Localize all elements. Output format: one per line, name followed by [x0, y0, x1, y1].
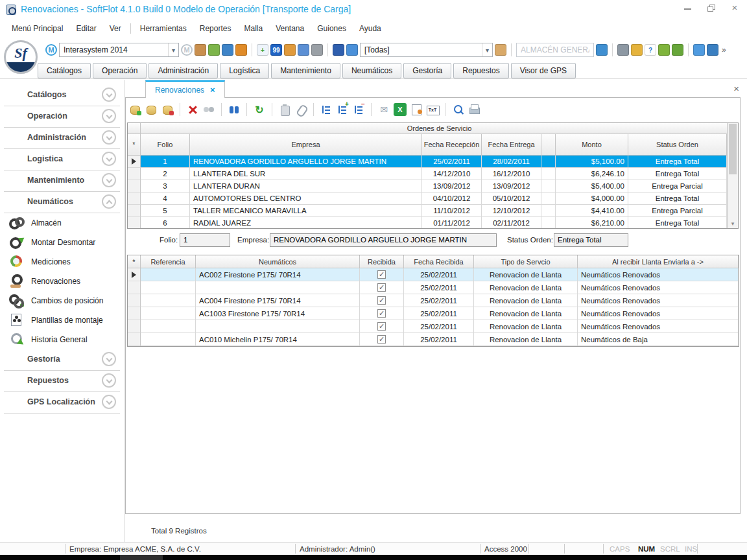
row-selector[interactable]: [128, 307, 141, 320]
expand-arrow-icon[interactable]: [102, 88, 116, 102]
cell-fecha-entrega[interactable]: 16/12/2010: [482, 168, 541, 180]
cell-tipo-servicio[interactable]: Renovacion de Llanta: [474, 307, 578, 320]
cell-fecha-recibida[interactable]: 25/02/2011: [404, 320, 474, 333]
new-document-icon[interactable]: +: [257, 44, 268, 56]
cell-fecha-recibida[interactable]: 25/02/2011: [404, 268, 474, 281]
cell-blank[interactable]: [541, 192, 556, 205]
cell-recibida[interactable]: ✓: [360, 320, 404, 333]
sidebar-section-catalogos[interactable]: Catálogos: [4, 85, 120, 106]
col-header-fecha-recepcion[interactable]: Fecha Recepción: [422, 134, 482, 156]
tab-close-icon[interactable]: ×: [210, 85, 215, 95]
settings-gear-icon[interactable]: [311, 44, 323, 56]
sidebar-section-logistica[interactable]: Logistica: [4, 149, 120, 170]
cell-fecha-recepcion[interactable]: 25/02/2011: [422, 156, 482, 168]
cell-neumaticos[interactable]: AC004 Firestone P175/ 70R14: [196, 294, 360, 307]
sidebar-section-gestoria[interactable]: Gestoría: [4, 349, 120, 371]
interasystem-badge-icon[interactable]: M: [45, 44, 57, 56]
cell-blank[interactable]: [541, 180, 556, 192]
tire-row[interactable]: AC010 Michelin P175/ 70R14✓25/02/2011Ren…: [128, 333, 739, 346]
col-header-referencia[interactable]: Referencia: [141, 255, 196, 268]
cell-tipo-servicio[interactable]: Renovacion de Llanta: [474, 294, 578, 307]
col-header-monto[interactable]: Monto: [556, 134, 628, 156]
col-header-folio[interactable]: Folio: [141, 134, 190, 156]
globe-search-icon[interactable]: [596, 44, 608, 56]
cell-status-orden[interactable]: Entrega Parcial: [628, 180, 727, 192]
cell-fecha-recepcion[interactable]: 13/09/2012: [422, 180, 482, 192]
cell-fecha-entrega[interactable]: 13/09/2012: [482, 180, 541, 192]
cell-blank[interactable]: [541, 205, 556, 217]
col-header-al-recibir-llanta-enviarla-a[interactable]: Al recibir Llanta Enviarla a ->: [578, 255, 739, 268]
cell-neumaticos[interactable]: AC1003 Firestone P175/ 70R14: [196, 307, 360, 320]
cell-destino[interactable]: Neumáticos Renovados: [578, 294, 739, 307]
cell-monto[interactable]: $4,000.00: [556, 192, 628, 205]
cell-neumaticos[interactable]: AC002 Firestone P175/ 70R14: [196, 268, 360, 281]
tab-renovaciones[interactable]: Renovaciones ×: [145, 80, 225, 98]
tire-row[interactable]: AC002 Firestone P175/ 70R14✓25/02/2011Re…: [128, 268, 739, 281]
cell-monto[interactable]: $6,246.10: [556, 168, 628, 180]
menu-malla[interactable]: Malla: [237, 21, 269, 36]
cell-fecha-entrega[interactable]: 05/10/2012: [482, 192, 541, 205]
sidebar-item-renovaciones[interactable]: Renovaciones: [4, 272, 120, 291]
row-selector[interactable]: [128, 205, 141, 217]
orders-row[interactable]: 6RADIAL JUAREZ01/11/201202/11/2012$6,210…: [128, 217, 738, 229]
cell-recibida[interactable]: ✓: [360, 307, 404, 320]
module-tab-visor-de-gps[interactable]: Visor de GPS: [511, 63, 576, 78]
menu-guiones[interactable]: Guiones: [311, 21, 353, 36]
tools-search-icon[interactable]: [617, 44, 629, 56]
cell-empresa[interactable]: RADIAL JUAREZ: [190, 217, 422, 229]
row-selector[interactable]: [128, 333, 141, 346]
attachments-icon[interactable]: [294, 103, 307, 116]
restore-button[interactable]: [704, 3, 718, 14]
cell-neumaticos[interactable]: AC010 Michelin P175/ 70R14: [196, 333, 360, 346]
orders-row[interactable]: 4AUTOMOTORES DEL CENTRO04/10/201205/10/2…: [128, 192, 738, 205]
expand-arrow-icon[interactable]: [102, 395, 116, 409]
window-switch-icon[interactable]: [346, 44, 358, 56]
col-header-status-orden[interactable]: Status Orden: [628, 134, 727, 156]
row-selector[interactable]: [128, 217, 141, 229]
expand-arrow-icon[interactable]: [102, 152, 116, 166]
col-header-empresa[interactable]: Empresa: [190, 134, 422, 156]
cell-fecha-entrega[interactable]: 28/02/2011: [482, 156, 541, 168]
expand-arrow-icon[interactable]: [102, 130, 116, 145]
cell-fecha-recepcion[interactable]: 01/11/2012: [422, 217, 482, 229]
sidebar-section-neumaticos[interactable]: Neumáticos: [4, 192, 120, 213]
cell-fecha-entrega[interactable]: 02/11/2012: [482, 217, 541, 229]
tabstrip-close-icon[interactable]: ×: [733, 83, 739, 94]
cell-recibida[interactable]: ✓: [360, 281, 404, 294]
cell-fecha-recibida[interactable]: 25/02/2011: [404, 281, 474, 294]
cell-folio[interactable]: 5: [141, 205, 190, 217]
cell-status-orden[interactable]: Entrega Total: [628, 192, 727, 205]
cell-recibida[interactable]: ✓: [360, 294, 404, 307]
combo-caret-icon[interactable]: ▾: [482, 43, 492, 56]
cell-referencia[interactable]: [141, 333, 196, 346]
orders-row[interactable]: 1RENOVADORA GORDILLO ARGUELLO JORGE MART…: [128, 156, 738, 168]
sidebar-section-gps-localizacion[interactable]: GPS Localización: [4, 392, 120, 414]
orders-row[interactable]: 2LLANTERA DEL SUR14/12/201016/12/2010$6,…: [128, 168, 738, 180]
sidebar-section-repuestos[interactable]: Repuestos: [4, 371, 120, 392]
records-database-icon[interactable]: [145, 103, 158, 116]
cell-fecha-entrega[interactable]: 12/10/2012: [482, 205, 541, 217]
scrollbar-thumb[interactable]: [729, 124, 737, 174]
send-mail-icon[interactable]: ✉: [377, 103, 390, 116]
cell-tipo-servicio[interactable]: Renovacion de Llanta: [474, 281, 578, 294]
sidebar-section-administracion[interactable]: Administración: [4, 128, 120, 149]
backup-box-icon[interactable]: [195, 44, 206, 56]
cell-monto[interactable]: $5,100.00: [556, 156, 628, 168]
module-tab-logistica[interactable]: Logística: [220, 63, 269, 78]
print-preview-icon[interactable]: [451, 103, 464, 116]
col-header-fecha-recibida[interactable]: Fecha Recibida: [404, 255, 474, 268]
cell-status-orden[interactable]: Entrega Total: [628, 217, 727, 229]
checkbox-checked-icon[interactable]: ✓: [377, 283, 386, 292]
cell-folio[interactable]: 2: [141, 168, 190, 180]
cell-blank[interactable]: [541, 168, 556, 180]
sidebar-section-operacion[interactable]: Operación: [4, 106, 120, 128]
users-icon[interactable]: [235, 44, 247, 56]
orders-grid-scrollbar[interactable]: ▾: [727, 123, 738, 228]
cell-destino[interactable]: Neumáticos Renovados: [578, 320, 739, 333]
bug-icon[interactable]: [658, 44, 670, 56]
cell-status-orden[interactable]: Entrega Total: [628, 156, 727, 168]
cell-empresa[interactable]: LLANTERA DEL SUR: [190, 168, 422, 180]
badge-99-icon[interactable]: 99: [270, 44, 282, 56]
col-header-recibida[interactable]: Recibida: [360, 255, 404, 268]
menu-ayuda[interactable]: Ayuda: [353, 21, 388, 36]
